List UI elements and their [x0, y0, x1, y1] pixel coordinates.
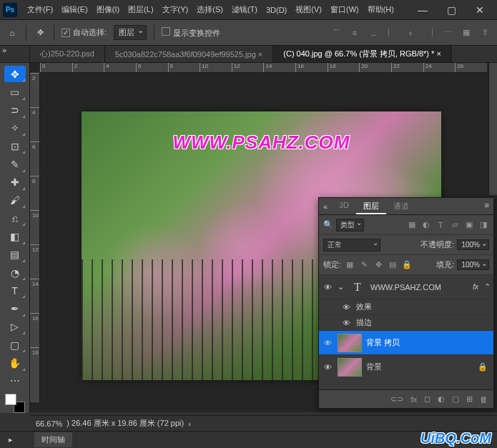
menu-image[interactable]: 图像(I): [92, 1, 124, 18]
ruler-horizontal[interactable]: 02468101214161820222426: [40, 63, 487, 73]
healing-tool[interactable]: ✚: [4, 174, 26, 191]
doc-tab-1[interactable]: 5c030a822c758aa3f6f09049ef99525.jpg ×: [105, 46, 273, 62]
align-bottom-icon[interactable]: ⎵: [367, 28, 380, 38]
panel-dock-strip[interactable]: [488, 63, 497, 195]
expand-icon[interactable]: ⌄: [338, 282, 345, 292]
align-top-icon[interactable]: ⎴: [330, 28, 343, 38]
layer-mask-icon[interactable]: ◻: [424, 394, 430, 404]
marquee-tool[interactable]: ▭: [4, 84, 26, 100]
edit-toolbar[interactable]: ⋯: [4, 373, 26, 389]
eraser-tool[interactable]: ◧: [4, 228, 26, 244]
layer-fx-effects[interactable]: 👁 效果: [319, 299, 493, 315]
panel-tab-layers[interactable]: 图层: [356, 198, 386, 214]
panel-tab-channels[interactable]: 通道: [386, 198, 416, 214]
doc-info-arrow-icon[interactable]: ›: [188, 419, 191, 428]
hand-tool[interactable]: ✋: [4, 354, 26, 371]
move-tool-icon[interactable]: ✥: [34, 26, 46, 39]
shape-tool[interactable]: ▢: [4, 337, 26, 353]
visibility-icon[interactable]: 👁: [322, 283, 333, 292]
timeline-tab[interactable]: 时间轴: [34, 432, 72, 447]
eyedropper-tool[interactable]: ✎: [4, 156, 26, 172]
layer-name[interactable]: WWW.PSAHZ.COM: [370, 283, 468, 292]
gradient-tool[interactable]: ▤: [4, 247, 26, 263]
filter-smart-icon[interactable]: ▣: [463, 220, 475, 230]
doc-tab-0[interactable]: 心)250-220.psd: [30, 46, 105, 62]
auto-select-target[interactable]: 图层: [114, 25, 147, 40]
stamp-tool[interactable]: ⎌: [4, 210, 26, 227]
menu-view[interactable]: 视图(V): [291, 1, 326, 18]
menu-filter[interactable]: 滤镜(T): [227, 1, 262, 18]
adjustment-icon[interactable]: ◐: [438, 394, 445, 404]
path-select-tool[interactable]: ▷: [4, 319, 26, 335]
ruler-vertical[interactable]: 24681012141618: [30, 73, 40, 402]
layer-raster-copy[interactable]: 👁 背景 拷贝: [319, 331, 493, 355]
filter-type-icon[interactable]: T: [435, 220, 446, 230]
fx-expand-icon[interactable]: ⌃: [484, 282, 491, 292]
menu-help[interactable]: 帮助(H): [363, 1, 398, 18]
visibility-icon[interactable]: 👁: [322, 363, 333, 372]
align-hcenter-icon[interactable]: ⫞: [404, 28, 417, 38]
menu-type[interactable]: 文字(Y): [158, 1, 193, 18]
crop-tool[interactable]: ⊡: [4, 138, 26, 154]
filter-shape-icon[interactable]: ▱: [449, 220, 461, 230]
layer-filter-kind[interactable]: 类型: [336, 219, 364, 232]
fill-value[interactable]: 100%: [457, 259, 489, 270]
panel-menu-icon[interactable]: ≡: [481, 198, 493, 214]
timeline-toggle-icon[interactable]: ▸: [9, 435, 13, 444]
layer-text[interactable]: 👁 ⌄ T WWW.PSAHZ.COM fx ⌃: [319, 275, 493, 299]
layer-name[interactable]: 背景 拷贝: [366, 337, 491, 348]
menu-select[interactable]: 选择(S): [192, 1, 227, 18]
lock-paint-icon[interactable]: ✎: [358, 260, 370, 270]
layer-fx-stroke[interactable]: 👁 描边: [319, 315, 493, 331]
move-tool[interactable]: ✥: [4, 66, 26, 82]
link-layers-icon[interactable]: ⊂⊃: [390, 394, 403, 404]
delete-layer-icon[interactable]: 🗑: [480, 395, 488, 404]
tab-handle[interactable]: »: [0, 46, 30, 62]
layer-style-icon[interactable]: fx: [410, 395, 417, 404]
lock-artboard-icon[interactable]: ▤: [387, 260, 398, 270]
visibility-icon[interactable]: 👁: [340, 303, 352, 312]
close-button[interactable]: ✕: [466, 1, 494, 19]
lock-trans-icon[interactable]: ▦: [344, 260, 355, 270]
home-icon[interactable]: ⌂: [6, 26, 19, 39]
pen-tool[interactable]: ✒: [4, 300, 26, 317]
group-icon[interactable]: ▢: [452, 394, 459, 404]
lock-all-icon[interactable]: 🔒: [401, 260, 413, 270]
menu-layer[interactable]: 图层(L): [124, 1, 157, 18]
maximize-button[interactable]: ▢: [437, 1, 466, 19]
minimize-button[interactable]: —: [408, 1, 437, 19]
filter-adjust-icon[interactable]: ◐: [420, 220, 432, 230]
menu-window[interactable]: 窗口(W): [326, 1, 363, 18]
layer-thumbnail[interactable]: [338, 358, 362, 377]
align-vcenter-icon[interactable]: ≡: [348, 28, 361, 38]
auto-select-check[interactable]: 自动选择:: [61, 27, 107, 38]
menu-edit[interactable]: 编辑(E): [57, 1, 92, 18]
brush-tool[interactable]: 🖌: [4, 192, 26, 209]
menu-file[interactable]: 文件(F): [23, 1, 57, 18]
layer-thumbnail[interactable]: [338, 334, 362, 352]
blend-mode-dropdown[interactable]: 正常: [323, 239, 380, 252]
visibility-icon[interactable]: 👁: [340, 319, 352, 327]
show-transform-check[interactable]: 显示变换控件: [162, 27, 220, 39]
layer-background[interactable]: 👁 背景 🔒: [319, 355, 493, 379]
lock-pos-icon[interactable]: ✥: [373, 260, 384, 270]
color-swatches[interactable]: [5, 394, 25, 413]
new-layer-icon[interactable]: ⊞: [466, 394, 473, 404]
fg-color[interactable]: [5, 394, 16, 405]
filter-pixel-icon[interactable]: ▦: [406, 220, 418, 230]
layer-name[interactable]: 背景: [366, 362, 473, 372]
doc-info[interactable]: ) 26.46 厘米 x 19.86 厘米 (72 ppi): [67, 418, 184, 429]
more-icon[interactable]: ⋯: [441, 28, 454, 38]
visibility-icon[interactable]: 👁: [322, 339, 333, 347]
dodge-tool[interactable]: ◔: [4, 264, 26, 281]
align-right-icon[interactable]: ⎹: [423, 28, 436, 38]
opacity-value[interactable]: 100%: [457, 239, 489, 250]
align-left-icon[interactable]: ⎸: [385, 28, 398, 38]
share-icon[interactable]: ⇪: [478, 28, 491, 38]
fx-badge[interactable]: fx: [473, 283, 478, 291]
panel-tab-3d[interactable]: 3D: [332, 198, 356, 214]
panel-collapse-icon[interactable]: «: [319, 198, 332, 214]
3d-mode-icon[interactable]: ▦: [460, 28, 473, 38]
menu-3d[interactable]: 3D(D): [262, 3, 291, 17]
magic-wand-tool[interactable]: ✧: [4, 120, 26, 136]
